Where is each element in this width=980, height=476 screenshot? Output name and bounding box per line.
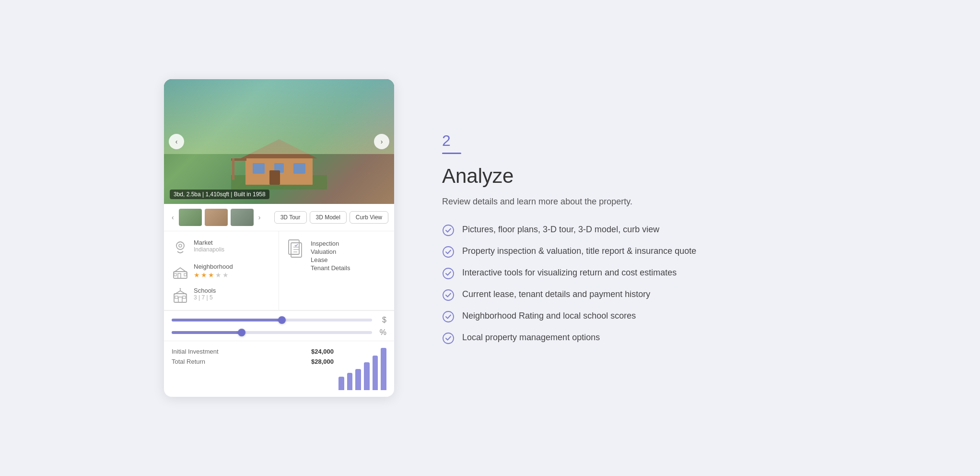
- image-next-button[interactable]: ›: [374, 134, 389, 149]
- doc-text-list: Inspection Valuation Lease Tenant Detail…: [311, 238, 350, 272]
- thumbnail-row: ‹ › 3D Tour 3D Model Curb View: [164, 204, 394, 231]
- check-icon-2: [442, 267, 455, 280]
- info-grid: Market Indianapolis Neighborhood: [164, 231, 394, 311]
- step-underline: [442, 153, 461, 154]
- slider-label-1: $: [377, 316, 386, 324]
- svg-point-28: [443, 268, 454, 279]
- total-return-label: Total Return: [172, 358, 205, 365]
- sliders-area: $ %: [164, 311, 394, 341]
- slider-thumb-2[interactable]: [238, 329, 245, 336]
- schools-label: Schools: [194, 287, 216, 294]
- thumbnail-1[interactable]: [179, 209, 202, 226]
- slider-track-1[interactable]: [172, 319, 372, 321]
- thumbnail-2[interactable]: [205, 209, 228, 226]
- feature-text-3: Current lease, tenant details and paymen…: [462, 288, 650, 300]
- feature-item-1: Property inspection & valuation, title r…: [442, 245, 816, 258]
- slider-row-1: $: [172, 316, 386, 324]
- slider-thumb-1[interactable]: [278, 316, 286, 324]
- svg-rect-15: [174, 294, 187, 302]
- market-text: Market Indianapolis: [194, 239, 224, 253]
- schools-icon: [172, 287, 189, 304]
- schools-value: 3 | 7 | 5: [194, 294, 216, 301]
- check-icon-0: [442, 224, 455, 237]
- step-number: 2: [442, 132, 816, 150]
- feature-text-1: Property inspection & valuation, title r…: [462, 245, 696, 257]
- market-value: Indianapolis: [194, 246, 224, 253]
- left-info-cell: Market Indianapolis Neighborhood: [164, 231, 279, 310]
- doc-item-inspection: Inspection: [311, 240, 350, 247]
- view-buttons-group: 3D Tour 3D Model Curb View: [274, 211, 388, 224]
- property-specs-overlay: 3bd, 2.5ba | 1,410sqft | Built in 1958: [170, 190, 269, 199]
- svg-rect-18: [183, 296, 186, 298]
- total-return-value: $28,000: [311, 358, 334, 365]
- star-5: ★: [222, 271, 229, 279]
- analyze-title: Analyze: [442, 165, 816, 188]
- initial-investment-value: $24,000: [311, 348, 334, 355]
- initial-investment-label: Initial Investment: [172, 348, 219, 355]
- feature-item-2: Interactive tools for visualizing return…: [442, 267, 816, 280]
- neighborhood-label: Neighborhood: [194, 263, 233, 270]
- feature-item-5: Local property management options: [442, 332, 816, 345]
- svg-point-29: [443, 290, 454, 300]
- bottom-stats: Initial Investment $24,000 Total Return …: [164, 341, 394, 397]
- bar-chart: [334, 348, 386, 390]
- svg-point-10: [179, 244, 182, 247]
- bar-5: [373, 356, 378, 390]
- svg-point-26: [443, 225, 454, 236]
- check-icon-4: [442, 310, 455, 323]
- stats-text: Initial Investment $24,000 Total Return …: [172, 348, 334, 390]
- page-wrapper: ‹ › 3bd, 2.5ba | 1,410sqft | Built in 19…: [0, 0, 980, 476]
- neighborhood-stars: ★ ★ ★ ★ ★: [194, 271, 233, 279]
- feature-text-0: Pictures, floor plans, 3-D tour, 3-D mod…: [462, 224, 659, 236]
- bar-6: [381, 348, 386, 390]
- svg-marker-20: [179, 288, 181, 289]
- bar-4: [364, 362, 370, 390]
- feature-item-0: Pictures, floor plans, 3-D tour, 3-D mod…: [442, 224, 816, 237]
- check-icon-5: [442, 332, 455, 345]
- analyze-section: 2 Analyze Review details and learn more …: [442, 132, 816, 345]
- schools-item: Schools 3 | 7 | 5: [172, 287, 271, 304]
- market-icon: [172, 239, 189, 256]
- total-return-row: Total Return $28,000: [172, 358, 334, 365]
- slider-fill-1: [172, 319, 282, 321]
- star-3: ★: [208, 271, 214, 279]
- svg-rect-11: [174, 272, 187, 278]
- slider-label-2: %: [377, 328, 386, 337]
- schools-text: Schools 3 | 7 | 5: [194, 287, 216, 301]
- thumb-next-button[interactable]: ›: [257, 213, 263, 222]
- bar-2: [347, 373, 353, 390]
- neighborhood-item: Neighborhood ★ ★ ★ ★ ★: [172, 263, 271, 280]
- svg-rect-12: [178, 274, 181, 278]
- bar-1: [338, 377, 344, 390]
- right-info-cell: Inspection Valuation Lease Tenant Detail…: [279, 231, 394, 310]
- market-item: Market Indianapolis: [172, 239, 271, 256]
- slider-track-2[interactable]: [172, 331, 372, 334]
- neighborhood-text: Neighborhood ★ ★ ★ ★ ★: [194, 263, 233, 279]
- svg-rect-13: [174, 274, 176, 276]
- star-1: ★: [194, 271, 200, 279]
- feature-item-3: Current lease, tenant details and paymen…: [442, 288, 816, 301]
- slider-fill-2: [172, 331, 242, 334]
- thumb-prev-button[interactable]: ‹: [170, 213, 176, 222]
- curb-view-button[interactable]: Curb View: [350, 211, 388, 224]
- doc-item-lease: Lease: [311, 256, 350, 263]
- feature-text-4: Neighborhood Rating and local school sco…: [462, 310, 636, 322]
- 3d-tour-button[interactable]: 3D Tour: [274, 211, 307, 224]
- analyze-description: Review details and learn more about the …: [442, 195, 816, 208]
- thumbnail-3[interactable]: [231, 209, 254, 226]
- svg-point-9: [176, 242, 184, 250]
- 3d-model-button[interactable]: 3D Model: [310, 211, 347, 224]
- svg-point-27: [443, 247, 454, 257]
- svg-rect-6: [269, 170, 280, 185]
- initial-investment-row: Initial Investment $24,000: [172, 348, 334, 355]
- svg-point-30: [443, 311, 454, 322]
- check-icon-1: [442, 246, 455, 258]
- image-prev-button[interactable]: ‹: [169, 134, 184, 149]
- svg-point-31: [443, 333, 454, 344]
- property-card: ‹ › 3bd, 2.5ba | 1,410sqft | Built in 19…: [164, 79, 394, 397]
- neighborhood-icon: [172, 263, 189, 280]
- feature-list: Pictures, floor plans, 3-D tour, 3-D mod…: [442, 224, 816, 345]
- svg-rect-22: [291, 243, 302, 257]
- market-label: Market: [194, 239, 224, 246]
- svg-rect-16: [178, 297, 182, 302]
